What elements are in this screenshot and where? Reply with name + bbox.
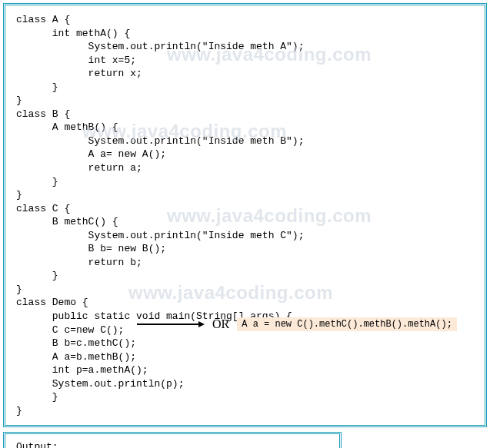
code-line: int x=5; bbox=[16, 55, 136, 66]
code-line: } bbox=[16, 189, 22, 201]
code-line: } bbox=[16, 405, 22, 416]
code-line: int p=a.methA(); bbox=[16, 364, 148, 376]
code-line: } bbox=[16, 81, 58, 93]
code-block: www.java4coding.com www.java4coding.com … bbox=[3, 3, 487, 427]
code-line: System.out.println(p); bbox=[16, 378, 184, 390]
code-line: } bbox=[16, 176, 58, 187]
or-label: OR bbox=[212, 317, 229, 331]
code-line: System.out.println("Inside meth C"); bbox=[16, 230, 304, 241]
arrow-annotation: OR A a = new C().methC().methB().methA()… bbox=[137, 317, 457, 331]
code-line: System.out.println("Inside meth A"); bbox=[16, 41, 304, 52]
alternative-code: A a = new C().methC().methB().methA(); bbox=[237, 317, 457, 331]
code-line: B b= new B(); bbox=[16, 243, 166, 254]
arrow-shaft bbox=[137, 324, 198, 325]
code-line: A methB() { bbox=[16, 121, 118, 133]
code-line: System.out.println("Inside meth B"); bbox=[16, 135, 304, 147]
code-line: } bbox=[16, 270, 58, 281]
output-content: Output: Inside meth C Inside meth B Insi… bbox=[16, 440, 328, 448]
code-line: return b; bbox=[16, 257, 142, 268]
code-line: C c=new C(); bbox=[16, 324, 124, 336]
code-line: class Demo { bbox=[16, 297, 88, 308]
code-line: A a= new A(); bbox=[16, 148, 166, 160]
arrow-head-icon bbox=[198, 321, 205, 327]
code-line: B b=c.methC(); bbox=[16, 337, 136, 349]
output-block: www.java4coding.com Output: Inside meth … bbox=[3, 432, 342, 448]
code-line: class A { bbox=[16, 14, 70, 25]
code-line: B methC() { bbox=[16, 216, 118, 227]
code-line: return x; bbox=[16, 68, 142, 79]
code-line: } bbox=[16, 391, 58, 403]
code-line: return a; bbox=[16, 162, 142, 174]
code-line: class C { bbox=[16, 203, 70, 214]
output-line: Output: bbox=[16, 441, 58, 448]
code-content: class A { int methA() { System.out.print… bbox=[16, 13, 474, 417]
code-line: A a=b.methB(); bbox=[16, 351, 136, 363]
code-line: } bbox=[16, 95, 22, 106]
code-line: class B { bbox=[16, 108, 70, 120]
code-line: } bbox=[16, 284, 22, 295]
code-line: int methA() { bbox=[16, 28, 130, 39]
